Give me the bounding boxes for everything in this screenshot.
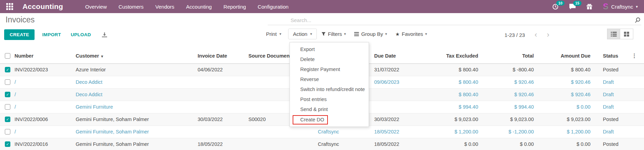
print-menu-button[interactable]: Print ▾ <box>266 31 281 37</box>
status-cell[interactable]: Draft <box>593 76 626 88</box>
col-header-amount-due[interactable]: Amount Due <box>537 48 593 63</box>
total-cell[interactable]: $ -800.40 <box>481 63 537 76</box>
create-button[interactable]: CREATE <box>4 29 35 40</box>
invoice-date-cell[interactable] <box>197 76 248 88</box>
nav-item-customers[interactable]: Customers <box>119 4 144 10</box>
invoice-row[interactable]: ✓INV/2022/0016Gemini Furniture, Soham Pa… <box>0 138 644 150</box>
source-document-cell[interactable] <box>248 138 311 150</box>
col-header-due-date[interactable]: Due Date <box>373 48 425 63</box>
due-date-cell[interactable] <box>373 101 425 113</box>
due-date-cell[interactable] <box>373 88 425 101</box>
invoice-number-cell[interactable]: / <box>14 88 75 101</box>
amount-due-cell[interactable]: $ 0.00 <box>537 101 593 113</box>
company-cell[interactable]: Craftsync <box>311 138 373 150</box>
amount-due-cell[interactable]: $ 9,023.00 <box>537 113 593 126</box>
col-header-status[interactable]: Status <box>593 48 626 63</box>
select-all-checkbox[interactable] <box>5 53 10 59</box>
row-checkbox[interactable]: ✓ <box>5 67 10 72</box>
pager-next-button[interactable]: › <box>547 31 549 39</box>
invoice-number-cell[interactable]: INV/2022/0023 <box>14 63 75 76</box>
search-icon[interactable] <box>635 17 641 23</box>
action-menu-item-switch-into-refund-credit-note[interactable]: Switch into refund/credit note <box>290 84 369 94</box>
group-by-button[interactable]: Group By ▾ <box>354 31 387 37</box>
upload-button[interactable]: UPLOAD <box>71 32 91 37</box>
total-cell[interactable]: $ -1,200.00 <box>481 126 537 138</box>
customer-cell[interactable]: Gemini Furniture, Soham Palmer <box>75 138 197 150</box>
row-checkbox[interactable] <box>5 79 10 85</box>
invoice-date-cell[interactable]: 30/03/2022 <box>197 113 248 126</box>
col-header-tax-excluded[interactable]: Tax Excluded <box>425 48 481 63</box>
status-cell[interactable]: Draft <box>593 126 626 138</box>
invoice-number-cell[interactable]: INV/2022/0016 <box>14 138 75 150</box>
list-view-button[interactable] <box>607 29 620 39</box>
action-menu-item-create-do[interactable]: Create DO <box>290 114 369 125</box>
action-menu-item-send-print[interactable]: Send & print <box>290 104 369 114</box>
customer-cell[interactable]: Gemini Furniture, Soham Palmer <box>75 126 197 138</box>
col-header-customer[interactable]: Customer▾ <box>75 48 197 63</box>
tax-excluded-cell[interactable]: $ 800.40 <box>425 63 481 76</box>
status-cell[interactable]: Posted <box>593 113 626 126</box>
tax-excluded-cell[interactable]: $ 800.40 <box>425 88 481 101</box>
invoice-date-cell[interactable] <box>197 126 248 138</box>
create-do-highlight[interactable]: Create DO <box>293 115 328 124</box>
row-checkbox[interactable]: ✓ <box>5 141 10 147</box>
amount-due-cell[interactable]: $ 1,200.00 <box>537 126 593 138</box>
total-cell[interactable]: $ 920.46 <box>481 76 537 88</box>
action-menu-item-register-payment[interactable]: Register Payment <box>290 64 369 74</box>
action-menu-item-reverse[interactable]: Reverse <box>290 74 369 84</box>
export-download-icon[interactable] <box>102 32 107 38</box>
invoice-date-cell[interactable] <box>197 88 248 101</box>
col-header-number[interactable]: Number <box>14 48 75 63</box>
row-checkbox[interactable] <box>5 104 10 110</box>
due-date-cell[interactable]: 31/07/2022 <box>373 63 425 76</box>
status-cell[interactable]: Posted <box>593 63 626 76</box>
tax-excluded-cell[interactable]: $ 994.40 <box>425 101 481 113</box>
tax-excluded-cell[interactable]: $ 0.00 <box>425 138 481 150</box>
status-cell[interactable]: Posted <box>593 138 626 150</box>
invoice-date-cell[interactable]: 04/06/2022 <box>197 63 248 76</box>
amount-due-cell[interactable]: $ 0.00 <box>537 138 593 150</box>
tax-excluded-cell[interactable]: $ 1,200.00 <box>425 126 481 138</box>
action-menu-button[interactable]: Action ▾ <box>288 29 317 39</box>
customer-cell[interactable]: Deco Addict <box>75 88 197 101</box>
invoice-date-cell[interactable]: 18/05/2022 <box>197 138 248 150</box>
invoice-number-cell[interactable]: / <box>14 101 75 113</box>
amount-due-cell[interactable]: $ 800.40 <box>537 63 593 76</box>
nav-item-reporting[interactable]: Reporting <box>224 4 246 10</box>
row-checkbox[interactable]: ✓ <box>5 92 10 97</box>
nav-item-accounting[interactable]: Accounting <box>186 4 212 10</box>
action-menu-item-post-entries[interactable]: Post entries <box>290 94 369 104</box>
tax-excluded-cell[interactable]: $ 9,023.00 <box>425 113 481 126</box>
customer-cell[interactable]: Gemini Furniture, Soham Palmer <box>75 113 197 126</box>
due-date-cell[interactable]: 18/05/2022 <box>373 126 425 138</box>
col-header-total[interactable]: Total <box>481 48 537 63</box>
due-date-cell[interactable]: 30/03/2022 <box>373 113 425 126</box>
col-header-invoice-date[interactable]: Invoice Date <box>197 48 248 63</box>
source-document-cell[interactable] <box>248 126 311 138</box>
import-button[interactable]: IMPORT <box>42 32 61 37</box>
row-checkbox[interactable]: ✓ <box>5 117 10 122</box>
app-title[interactable]: Accounting <box>22 2 63 11</box>
action-menu-item-delete[interactable]: Delete <box>290 54 369 64</box>
total-cell[interactable]: $ 920.46 <box>481 88 537 101</box>
amount-due-cell[interactable]: $ 920.46 <box>537 76 593 88</box>
status-cell[interactable]: Draft <box>593 101 626 113</box>
nav-item-overview[interactable]: Overview <box>85 4 107 10</box>
invoice-date-cell[interactable] <box>197 101 248 113</box>
invoice-number-cell[interactable]: / <box>14 76 75 88</box>
total-cell[interactable]: $ 0.00 <box>481 138 537 150</box>
filters-button[interactable]: Filters ▾ <box>321 31 346 37</box>
search-input[interactable] <box>268 17 635 23</box>
optional-columns-button[interactable]: ⋮ <box>626 48 644 63</box>
row-checkbox[interactable] <box>5 129 10 134</box>
invoice-number-cell[interactable]: INV/2022/0006 <box>14 113 75 126</box>
nav-item-configuration[interactable]: Configuration <box>258 4 288 10</box>
invoice-row[interactable]: /Gemini Furniture, Soham PalmerCraftsync… <box>0 126 644 138</box>
pager-prev-button[interactable]: ‹ <box>534 31 537 39</box>
nav-item-vendors[interactable]: Vendors <box>155 4 174 10</box>
action-menu-item-export[interactable]: Export <box>290 44 369 54</box>
gift-icon[interactable] <box>586 3 593 10</box>
customer-cell[interactable]: Gemini Furniture <box>75 101 197 113</box>
tax-excluded-cell[interactable]: $ 800.40 <box>425 76 481 88</box>
kanban-view-button[interactable] <box>620 29 633 39</box>
